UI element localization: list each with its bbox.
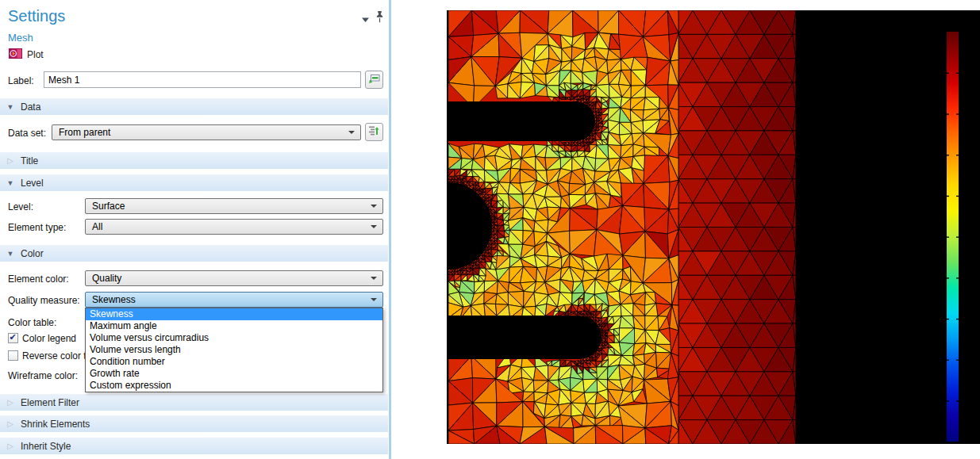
goto-source-button[interactable] bbox=[365, 123, 383, 141]
section-title-title: Title bbox=[21, 155, 38, 166]
mesh-plot-canvas[interactable] bbox=[447, 10, 980, 444]
dropdown-option-growth-rate[interactable]: Growth rate bbox=[86, 368, 382, 380]
chevron-down-icon[interactable] bbox=[361, 14, 370, 25]
triangle-down-icon: ▼ bbox=[0, 103, 21, 111]
level-label: Level: bbox=[8, 201, 33, 212]
section-header-shrink-elements[interactable]: ▷ Shrink Elements bbox=[0, 415, 388, 432]
graphics-window bbox=[447, 10, 980, 444]
section-header-color[interactable]: ▼ Color bbox=[0, 244, 388, 262]
dropdown-option-condition-number[interactable]: Condition number bbox=[86, 356, 382, 368]
panel-subtitle: Mesh bbox=[8, 32, 33, 44]
color-table-label: Color table: bbox=[8, 317, 56, 328]
level-combo[interactable]: Surface bbox=[85, 198, 383, 214]
element-type-label: Element type: bbox=[8, 222, 66, 233]
triangle-down-icon: ▼ bbox=[0, 179, 21, 187]
dropdown-option-custom-expression[interactable]: Custom expression bbox=[86, 380, 382, 392]
panel-right-border bbox=[389, 0, 391, 459]
panel-title: Settings bbox=[8, 7, 65, 25]
quality-measure-label: Quality measure: bbox=[8, 295, 80, 306]
color-legend-checkbox[interactable] bbox=[8, 333, 18, 343]
rename-button[interactable] bbox=[365, 71, 383, 89]
dropdown-option-maximum-angle[interactable]: Maximum angle bbox=[86, 320, 382, 332]
dropdown-option-volume-versus-circumradius[interactable]: Volume versus circumradius bbox=[86, 332, 382, 344]
rename-icon bbox=[368, 74, 380, 86]
dropdown-option-volume-versus-length[interactable]: Volume versus length bbox=[86, 344, 382, 356]
reverse-color-table-label: Reverse color ta bbox=[22, 350, 91, 361]
dataset-label: Data set: bbox=[8, 128, 46, 139]
reverse-color-table-checkbox[interactable] bbox=[8, 350, 18, 361]
triangle-right-icon: ▷ bbox=[0, 156, 21, 165]
section-header-data[interactable]: ▼ Data bbox=[0, 98, 388, 115]
triangle-right-icon: ▷ bbox=[0, 442, 21, 450]
plot-icon bbox=[9, 48, 22, 61]
pin-icon[interactable] bbox=[375, 10, 384, 25]
section-title-inherit-style: Inherit Style bbox=[21, 441, 71, 452]
triangle-down-icon bbox=[348, 131, 355, 134]
section-header-title[interactable]: ▷ Title bbox=[0, 151, 388, 169]
settings-panel: Settings Mesh Plot Label: bbox=[0, 0, 391, 459]
plot-button[interactable]: Plot bbox=[6, 48, 46, 62]
section-title-element-filter: Element Filter bbox=[21, 397, 79, 408]
goto-source-icon bbox=[368, 125, 380, 139]
section-title-shrink-elements: Shrink Elements bbox=[21, 419, 90, 430]
triangle-down-icon bbox=[371, 205, 377, 208]
triangle-down-icon bbox=[371, 225, 377, 228]
color-legend-label: Color legend bbox=[22, 333, 76, 344]
element-type-combo[interactable]: All bbox=[85, 219, 383, 235]
triangle-right-icon: ▷ bbox=[0, 398, 21, 407]
element-color-label: Element color: bbox=[8, 273, 69, 285]
triangle-right-icon: ▷ bbox=[0, 419, 21, 428]
wireframe-color-label: Wireframe color: bbox=[8, 370, 78, 381]
label-input[interactable] bbox=[44, 71, 361, 88]
section-header-inherit-style[interactable]: ▷ Inherit Style bbox=[0, 437, 388, 454]
triangle-down-icon: ▼ bbox=[0, 250, 21, 258]
quality-measure-combo-value: Skewness bbox=[86, 294, 371, 305]
section-header-element-filter[interactable]: ▷ Element Filter bbox=[0, 393, 388, 411]
level-combo-value: Surface bbox=[86, 201, 371, 212]
section-header-level[interactable]: ▼ Level bbox=[0, 174, 388, 191]
element-type-combo-value: All bbox=[86, 221, 371, 232]
plot-button-label: Plot bbox=[27, 49, 44, 60]
section-title-level: Level bbox=[21, 178, 44, 189]
element-color-combo-value: Quality bbox=[86, 273, 371, 284]
section-title-color: Color bbox=[21, 248, 44, 259]
element-color-combo[interactable]: Quality bbox=[85, 270, 383, 286]
dataset-combo[interactable]: From parent bbox=[52, 124, 361, 140]
section-title-data: Data bbox=[21, 101, 40, 113]
quality-measure-combo[interactable]: Skewness bbox=[85, 292, 383, 308]
triangle-down-icon bbox=[371, 298, 377, 301]
label-field-label: Label: bbox=[8, 75, 34, 86]
dataset-combo-value: From parent bbox=[52, 127, 348, 138]
triangle-down-icon bbox=[371, 277, 377, 280]
quality-measure-dropdown[interactable]: SkewnessMaximum angleVolume versus circu… bbox=[85, 308, 383, 392]
dropdown-option-skewness[interactable]: Skewness bbox=[86, 308, 382, 320]
